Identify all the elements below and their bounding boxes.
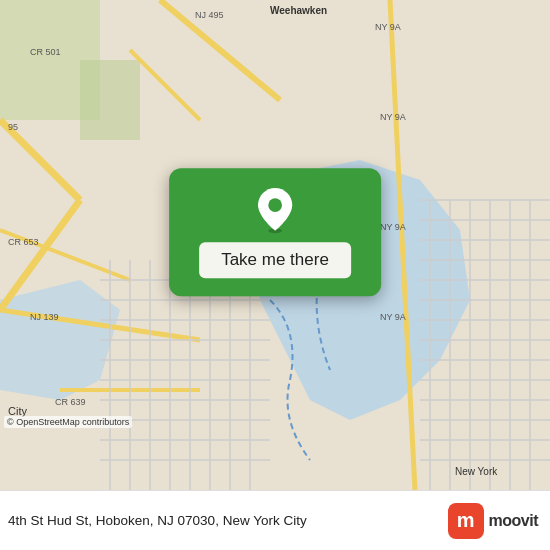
svg-text:NJ 139: NJ 139 <box>30 312 59 322</box>
svg-rect-4 <box>80 60 140 140</box>
osm-attribution: © OpenStreetMap contributors <box>4 416 132 428</box>
svg-point-66 <box>268 198 282 212</box>
svg-text:Weehawken: Weehawken <box>270 5 327 16</box>
take-me-there-button[interactable]: Take me there <box>199 242 351 278</box>
address-label: 4th St Hud St, Hoboken, NJ 07030, New Yo… <box>8 513 448 528</box>
svg-text:CR 653: CR 653 <box>8 237 39 247</box>
svg-text:NY 9A: NY 9A <box>380 112 406 122</box>
location-card: Take me there <box>169 168 381 296</box>
svg-text:NY 9A: NY 9A <box>380 312 406 322</box>
moovit-logo: m moovit <box>448 503 538 539</box>
svg-text:CR 501: CR 501 <box>30 47 61 57</box>
svg-text:NY 9A: NY 9A <box>375 22 401 32</box>
moovit-icon-letter: m <box>457 509 475 532</box>
svg-text:CR 639: CR 639 <box>55 397 86 407</box>
svg-text:NY 9A: NY 9A <box>380 222 406 232</box>
moovit-brand-name: moovit <box>489 512 538 530</box>
svg-text:95: 95 <box>8 122 18 132</box>
svg-text:NJ 495: NJ 495 <box>195 10 224 20</box>
svg-text:New York: New York <box>455 466 498 477</box>
moovit-icon: m <box>448 503 484 539</box>
map-container: NJ 495 NY 9A NY 9A NY 9A NY 9A 95 CR 501… <box>0 0 550 490</box>
bottom-bar: 4th St Hud St, Hoboken, NJ 07030, New Yo… <box>0 490 550 550</box>
location-pin-icon <box>251 186 299 234</box>
